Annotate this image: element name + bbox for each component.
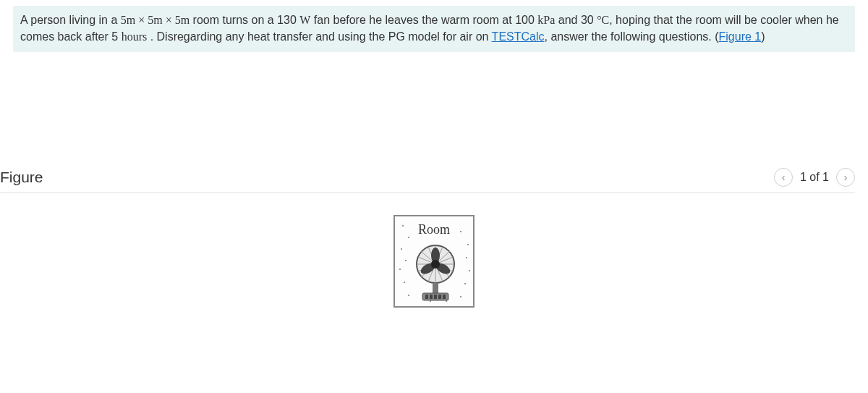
room-dimensions: 5m × 5m × 5m — [121, 14, 190, 26]
figure-title: Figure — [0, 169, 43, 186]
unit-degc: °C — [597, 14, 609, 26]
text: room turns on a 130 — [190, 14, 299, 26]
svg-point-12 — [431, 260, 440, 269]
figure-header: Figure ‹ 1 of 1 › — [0, 168, 855, 193]
svg-rect-15 — [425, 295, 428, 299]
unit-watt: W — [299, 14, 310, 26]
svg-rect-13 — [433, 283, 438, 293]
unit-hours: hours — [122, 30, 148, 43]
figure-link[interactable]: Figure 1 — [719, 30, 762, 43]
prev-figure-button[interactable]: ‹ — [774, 168, 793, 187]
text: and 30 — [555, 14, 597, 26]
svg-rect-17 — [434, 295, 437, 299]
figure-pager: ‹ 1 of 1 › — [774, 168, 855, 187]
svg-rect-19 — [443, 295, 446, 299]
testcalc-link[interactable]: TESTCalc — [492, 30, 545, 43]
svg-rect-18 — [438, 295, 441, 299]
text: . Disregarding any heat transfer and usi… — [147, 30, 491, 43]
pager-label: 1 of 1 — [800, 171, 829, 184]
text: ) — [761, 30, 765, 43]
text: , answer the following questions. ( — [545, 30, 719, 43]
next-figure-button[interactable]: › — [836, 168, 855, 187]
chevron-right-icon: › — [844, 172, 848, 183]
chevron-left-icon: ‹ — [782, 172, 786, 183]
room-label: Room — [395, 222, 473, 237]
svg-rect-16 — [430, 295, 433, 299]
text: fan before he leaves the warm room at 10… — [310, 14, 537, 26]
room-diagram: Room — [393, 215, 475, 308]
fan-icon — [412, 244, 459, 312]
figure-area: Room — [0, 215, 868, 308]
problem-statement: A person living in a 5m × 5m × 5m room t… — [13, 6, 855, 52]
text: A person living in a — [20, 14, 121, 26]
unit-kpa: kPa — [537, 14, 555, 26]
